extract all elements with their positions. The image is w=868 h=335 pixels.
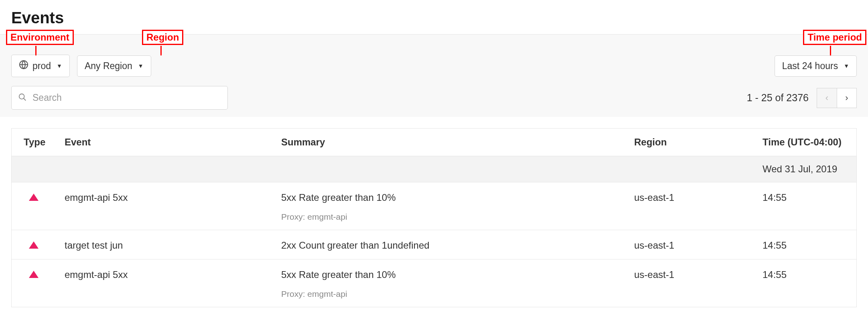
annotation-line [160,46,162,55]
page-title: Events [11,9,868,27]
date-group-label: Wed 31 Jul, 2019 [754,163,856,175]
annotation-time-period: Time period [803,30,866,45]
caret-down-icon: ▼ [57,63,62,69]
time-cell: 14:55 [754,240,856,251]
pagination-next-button[interactable]: › [837,88,857,108]
time-cell: 14:55 [754,269,856,280]
event-name-cell: target test jun [56,240,272,251]
summary-text: 2xx Count greater than 1undefined [281,240,625,251]
summary-cell: 5xx Rate greater than 10%Proxy: emgmt-ap… [272,192,625,222]
svg-line-3 [24,98,26,100]
search-input[interactable] [32,92,221,104]
annotation-environment: Environment [6,30,74,45]
table-date-row: Wed 31 Jul, 2019 [12,156,856,182]
alert-triangle-icon [29,271,39,278]
search-icon [18,93,27,103]
event-type-cell [12,240,56,249]
col-region: Region [625,137,754,148]
table-row[interactable]: target test jun2xx Count greater than 1u… [12,230,856,259]
summary-cell: 2xx Count greater than 1undefined [272,240,625,251]
col-type: Type [12,137,56,148]
col-event: Event [56,137,272,148]
pagination-range: 1 - 25 of 2376 [747,92,809,104]
svg-point-2 [19,94,24,99]
table-header-row: Type Event Summary Region Time (UTC-04:0… [12,129,856,156]
event-type-cell [12,269,56,278]
environment-label: prod [32,61,51,71]
globe-icon [19,60,28,72]
summary-cell: 5xx Rate greater than 10%Proxy: emgmt-ap… [272,269,625,299]
search-box[interactable] [11,86,228,110]
region-cell: us-east-1 [625,192,754,203]
alert-triangle-icon [29,241,39,249]
table-row[interactable]: emgmt-api 5xx5xx Rate greater than 10%Pr… [12,182,856,230]
table-row[interactable]: emgmt-api 5xx5xx Rate greater than 10%Pr… [12,259,856,307]
col-summary: Summary [272,137,625,148]
summary-text: 5xx Rate greater than 10% [281,269,625,280]
filter-bar: Environment Region Time period prod ▼ An… [0,34,868,117]
environment-dropdown[interactable]: prod ▼ [11,55,70,77]
summary-text: 5xx Rate greater than 10% [281,192,625,203]
col-time: Time (UTC-04:00) [754,137,856,148]
region-dropdown[interactable]: Any Region ▼ [77,55,151,77]
region-cell: us-east-1 [625,240,754,251]
event-type-cell [12,192,56,201]
summary-subtext: Proxy: emgmt-api [281,212,625,222]
event-name-cell: emgmt-api 5xx [56,269,272,280]
events-table: Type Event Summary Region Time (UTC-04:0… [11,128,857,307]
time-period-label: Last 24 hours [782,61,838,71]
annotation-line [35,46,37,55]
time-period-dropdown[interactable]: Last 24 hours ▼ [775,55,857,77]
pagination-prev-button[interactable]: ‹ [817,88,837,108]
chevron-right-icon: › [845,93,848,103]
time-cell: 14:55 [754,192,856,203]
caret-down-icon: ▼ [138,63,144,69]
annotation-line [830,46,831,55]
summary-subtext: Proxy: emgmt-api [281,289,625,299]
alert-triangle-icon [29,194,39,201]
region-label: Any Region [85,61,132,71]
annotation-region: Region [142,30,183,45]
chevron-left-icon: ‹ [825,93,828,103]
caret-down-icon: ▼ [844,63,849,69]
event-name-cell: emgmt-api 5xx [56,192,272,203]
region-cell: us-east-1 [625,269,754,280]
